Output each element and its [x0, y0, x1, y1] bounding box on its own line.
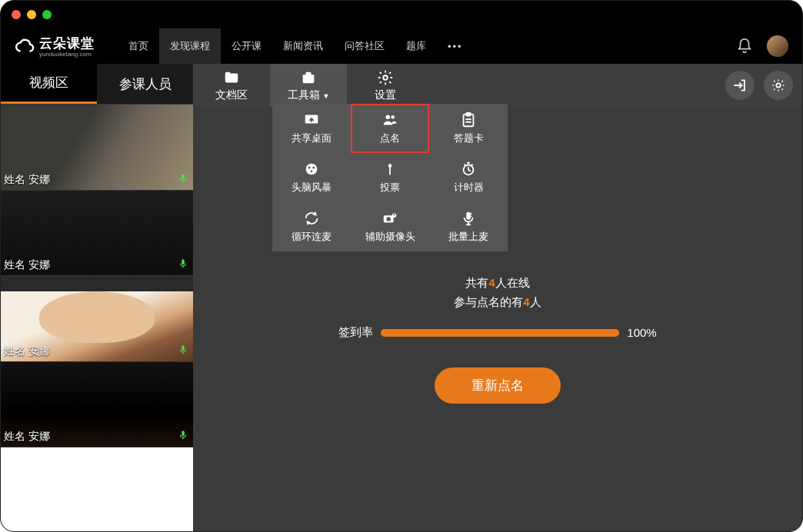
- svg-point-7: [386, 115, 391, 120]
- svg-rect-1: [182, 259, 185, 264]
- window-titlebar: [1, 1, 802, 28]
- left-panel: 视频区 参课人员 姓名 安娜姓名 安娜姓名 安娜姓名 安娜: [1, 64, 193, 532]
- svg-rect-10: [466, 113, 471, 116]
- exit-button[interactable]: [725, 71, 755, 100]
- video-tile-1[interactable]: 姓名 安娜: [1, 190, 193, 276]
- tool-bulk-mic[interactable]: 批量上麦: [429, 202, 508, 251]
- mic-icon: [178, 257, 188, 271]
- tool-label: 答题卡: [454, 131, 484, 145]
- mic-icon: [178, 428, 188, 442]
- tool-share-screen[interactable]: 共享桌面: [272, 104, 351, 153]
- nav-3[interactable]: 新闻资讯: [272, 28, 334, 64]
- toolbox-dropdown: 共享桌面点名答题卡头脑风暴投票计时器循环连麦辅助摄像头批量上麦: [272, 104, 508, 251]
- video-list: 姓名 安娜姓名 安娜姓名 安娜姓名 安娜: [1, 104, 193, 532]
- top-nav: 云朵课堂 yunduoketang.com 首页发现课程公开课新闻资讯问答社区题…: [1, 28, 802, 64]
- video-name-tag: 姓名 安娜: [4, 344, 50, 358]
- tab-settings[interactable]: 设置: [347, 64, 424, 107]
- timer-icon: [460, 161, 477, 178]
- nav-0[interactable]: 首页: [118, 28, 159, 64]
- main-toolbar: 文档区 工具箱 ▼ 设置: [193, 64, 802, 107]
- video-tile-4[interactable]: [1, 447, 193, 532]
- tool-label: 共享桌面: [292, 131, 332, 145]
- svg-rect-0: [182, 174, 185, 179]
- rate-label: 签到率: [338, 325, 373, 340]
- tool-rollcall[interactable]: 点名: [351, 104, 429, 153]
- video-thumb: [1, 447, 193, 532]
- svg-point-19: [392, 214, 397, 218]
- nav-1[interactable]: 发现课程: [159, 28, 221, 64]
- tool-aux-camera[interactable]: 辅助摄像头: [351, 202, 429, 251]
- answer-sheet-icon: [460, 111, 477, 128]
- minimize-dot[interactable]: [27, 10, 36, 19]
- progress-bar: [381, 329, 619, 337]
- tool-answer-sheet[interactable]: 答题卡: [429, 104, 508, 153]
- svg-point-8: [391, 115, 395, 119]
- brand-name: 云朵课堂: [39, 35, 95, 52]
- tool-brainstorm[interactable]: 头脑风暴: [272, 153, 351, 202]
- tool-label: 计时器: [454, 181, 484, 195]
- nav-4[interactable]: 问答社区: [334, 28, 395, 64]
- tool-timer[interactable]: 计时器: [429, 153, 508, 202]
- svg-point-15: [388, 164, 392, 168]
- bell-icon[interactable]: [736, 38, 753, 55]
- left-tabs: 视频区 参课人员: [1, 64, 193, 104]
- online-count-text: 共有4人在线: [465, 276, 529, 291]
- nav-5[interactable]: 题库: [395, 28, 437, 64]
- svg-point-5: [776, 83, 780, 87]
- settings-round-button[interactable]: [764, 71, 793, 100]
- rollcall-count-text: 参与点名的有4人: [454, 295, 541, 310]
- brainstorm-icon: [303, 161, 320, 178]
- nav-more[interactable]: •••: [437, 28, 474, 64]
- brand-sub: yunduoketang.com: [39, 51, 95, 58]
- bulk-mic-icon: [460, 210, 477, 227]
- gear-icon: [771, 78, 786, 93]
- share-screen-icon: [303, 111, 320, 128]
- video-tile-0[interactable]: 姓名 安娜: [1, 104, 193, 190]
- cloud-icon: [15, 36, 35, 56]
- toolbox-icon: [300, 69, 317, 86]
- tab-participants[interactable]: 参课人员: [97, 64, 193, 104]
- tool-label: 投票: [380, 181, 400, 195]
- rate-value: 100%: [627, 326, 656, 339]
- brand-logo[interactable]: 云朵课堂 yunduoketang.com: [15, 35, 95, 58]
- mic-icon: [178, 171, 188, 185]
- video-tile-2[interactable]: 姓名 安娜: [1, 275, 193, 361]
- svg-point-11: [306, 164, 318, 175]
- mic-icon: [178, 343, 188, 357]
- svg-point-12: [308, 167, 311, 169]
- svg-point-18: [386, 217, 391, 221]
- tool-label: 辅助摄像头: [365, 230, 415, 244]
- tool-label: 点名: [380, 131, 400, 145]
- tab-toolbox[interactable]: 工具箱 ▼: [270, 64, 347, 107]
- video-tile-3[interactable]: 姓名 安娜: [1, 361, 193, 447]
- checkin-rate-row: 签到率 100%: [338, 325, 656, 340]
- svg-rect-2: [182, 345, 185, 351]
- tool-label: 循环连麦: [292, 230, 332, 244]
- tool-label: 头脑风暴: [292, 181, 332, 195]
- nav-2[interactable]: 公开课: [221, 28, 272, 64]
- app-window: 云朵课堂 yunduoketang.com 首页发现课程公开课新闻资讯问答社区题…: [0, 0, 803, 532]
- exit-icon: [732, 78, 748, 93]
- svg-rect-3: [182, 431, 185, 437]
- vote-icon: [382, 161, 398, 178]
- tool-cycle-mic[interactable]: 循环连麦: [272, 202, 351, 251]
- aux-camera-icon: [382, 210, 398, 227]
- close-dot[interactable]: [12, 10, 21, 19]
- redo-rollcall-button[interactable]: 重新点名: [435, 367, 561, 404]
- rollcall-icon: [382, 111, 398, 128]
- tab-docs[interactable]: 文档区: [193, 64, 270, 107]
- user-avatar[interactable]: [767, 35, 788, 57]
- folder-icon: [223, 69, 240, 86]
- svg-point-4: [383, 75, 388, 80]
- svg-point-13: [312, 167, 315, 169]
- cycle-mic-icon: [303, 210, 320, 227]
- maximize-dot[interactable]: [42, 10, 52, 19]
- tab-video-area[interactable]: 视频区: [1, 64, 97, 104]
- video-name-tag: 姓名 安娜: [4, 258, 50, 272]
- video-name-tag: 姓名 安娜: [4, 173, 50, 187]
- tool-vote[interactable]: 投票: [351, 153, 429, 202]
- gear-icon: [377, 69, 394, 86]
- video-name-tag: 姓名 安娜: [4, 430, 50, 444]
- tool-label: 批量上麦: [448, 230, 488, 244]
- svg-point-14: [311, 170, 313, 172]
